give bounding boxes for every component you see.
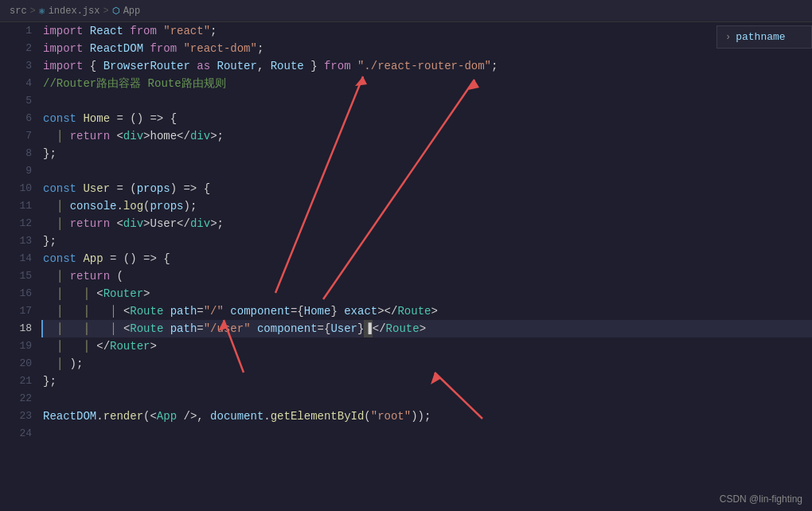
editor-container: src > ⚛ index.jsx > ⬡ App › pathname 1 2… [0,0,812,511]
code-line-15: │ return ( [41,267,812,285]
ln-20: 20 [19,355,32,373]
code-line-11: │ console . log ( props ); [41,197,812,215]
breadcrumb-bar: src > ⚛ index.jsx > ⬡ App [0,0,812,22]
ln-14: 14 [19,250,32,267]
code-line-8: }; [41,145,812,162]
code-line-19: │ │ </ Router > [41,337,812,355]
code-area: 1 2 3 4 5 6 7 8 9 10 11 12 13 14 15 16 1… [0,22,812,511]
ln-19: 19 [19,337,32,355]
ln-15: 15 [19,267,32,285]
ln-11: 11 [19,197,32,215]
code-line-10: const User = ( props ) => { [41,180,812,197]
component-icon: ⬡ [112,6,120,16]
ln-2: 2 [25,40,32,57]
code-line-21: }; [41,373,812,390]
code-line-23: ReactDOM . render ( < App />, document .… [41,408,812,425]
code-line-5 [41,92,812,110]
code-line-4: //Router路由容器 Route路由规则 [41,75,812,92]
code-line-1: import React from "react" ; [41,22,812,40]
code-line-12: │ return < div > User </ div > ; [41,215,812,232]
breadcrumb-component: App [123,6,141,17]
code-line-13: }; [41,232,812,250]
code-line-22 [41,390,812,408]
code-line-3: import { BrowserRouter as Router , Route… [41,57,812,75]
code-line-17: │ │ │ < Route path = "/" component ={ Ho… [41,302,812,320]
breadcrumb-sep2: > [103,6,108,17]
breadcrumb-src: src [10,6,27,17]
breadcrumb-file: index.jsx [49,6,100,17]
ln-8: 8 [25,145,32,162]
ln-12: 12 [19,215,32,232]
ln-5: 5 [25,92,32,110]
code-line-9 [41,162,812,180]
ln-6: 6 [25,110,32,127]
ln-23: 23 [19,408,32,425]
code-line-20: │ ); [41,355,812,373]
watermark: CSDN @lin-fighting [720,493,802,505]
code-line-16: │ │ < Router > [41,285,812,302]
ln-10: 10 [19,180,32,197]
code-line-7: │ return < div > home </ div > ; [41,127,812,145]
ln-21: 21 [19,373,32,390]
breadcrumb-sep1: > [30,6,36,17]
ln-22: 22 [19,390,32,408]
ln-7: 7 [25,127,32,145]
code-line-18: │ │ │ < Route path = "/user" component =… [41,320,812,337]
ln-1: 1 [25,22,32,40]
ln-9: 9 [25,162,32,180]
line-numbers: 1 2 3 4 5 6 7 8 9 10 11 12 13 14 15 16 1… [0,22,41,511]
ln-17: 17 [19,302,32,320]
code-line-2: import ReactDOM from "react-dom" ; [41,40,812,57]
ln-16: 16 [19,285,32,302]
code-lines: import React from "react" ; import React… [41,22,812,511]
react-icon: ⚛ [39,5,45,18]
ln-4: 4 [25,75,32,92]
code-line-6: const Home = () => { [41,110,812,127]
code-line-14: const App = () => { [41,250,812,267]
ln-18: 18 [19,320,32,337]
code-line-24 [41,425,812,443]
ln-3: 3 [25,57,32,75]
ln-13: 13 [19,232,32,250]
ln-24: 24 [19,425,32,443]
